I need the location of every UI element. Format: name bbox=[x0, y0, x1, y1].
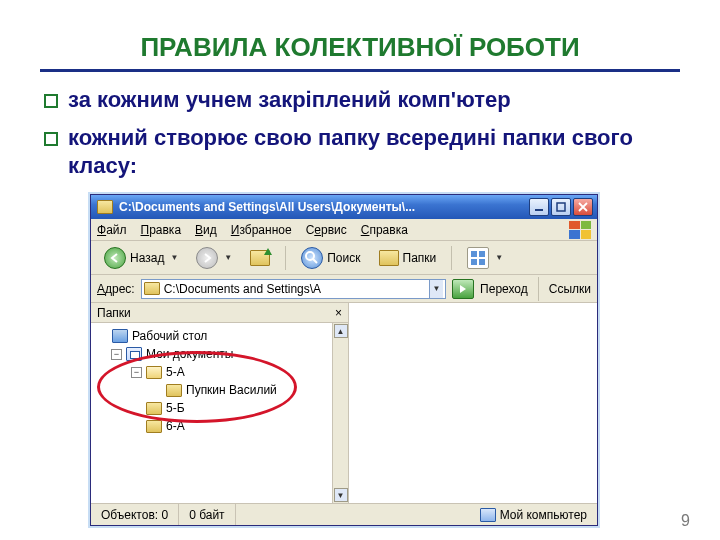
menu-favorites[interactable]: Избранное bbox=[231, 223, 292, 237]
window-titlebar[interactable]: C:\Documents and Settings\All Users\Доку… bbox=[91, 195, 597, 219]
desktop-icon bbox=[112, 329, 128, 343]
folders-pane-title: Папки bbox=[97, 306, 131, 320]
status-location: Мой компьютер bbox=[470, 504, 597, 525]
tree-row-6a[interactable]: 6-А bbox=[97, 417, 344, 435]
documents-icon bbox=[126, 347, 142, 361]
tree-row-pupkin[interactable]: Пупкин Василий bbox=[97, 381, 344, 399]
menu-tools[interactable]: Сервис bbox=[306, 223, 347, 237]
address-value: C:\Documents and Settings\A bbox=[164, 282, 425, 296]
folder-icon bbox=[146, 402, 162, 415]
collapse-icon[interactable]: − bbox=[131, 367, 142, 378]
tree-row-desktop[interactable]: Рабочий стол bbox=[97, 327, 344, 345]
folder-icon bbox=[379, 250, 399, 266]
slide-title: ПРАВИЛА КОЛЕКТИВНОЇ РОБОТИ bbox=[40, 32, 680, 63]
folder-icon bbox=[146, 420, 162, 433]
bullet-list: за кожним учнем закріплений комп'ютер ко… bbox=[40, 86, 680, 180]
scroll-down-icon[interactable]: ▼ bbox=[334, 488, 348, 502]
collapse-icon[interactable]: − bbox=[111, 349, 122, 360]
maximize-button[interactable] bbox=[551, 198, 571, 216]
folders-pane: Папки × Рабочий стол − Мои документ bbox=[91, 303, 349, 503]
close-button[interactable] bbox=[573, 198, 593, 216]
tree-label: 6-А bbox=[166, 417, 185, 435]
status-size: 0 байт bbox=[179, 504, 235, 525]
back-icon bbox=[104, 247, 126, 269]
toolbar-separator bbox=[285, 246, 286, 270]
menu-help[interactable]: Справка bbox=[361, 223, 408, 237]
go-button[interactable] bbox=[452, 279, 474, 299]
my-computer-icon bbox=[480, 508, 496, 522]
address-dropdown-button[interactable]: ▼ bbox=[429, 280, 443, 298]
toolbar: Назад ▼ ▼ Поиск Папки bbox=[91, 241, 597, 275]
page-number: 9 bbox=[681, 512, 690, 530]
scroll-up-icon[interactable]: ▲ bbox=[334, 324, 348, 338]
chevron-down-icon: ▼ bbox=[224, 253, 232, 262]
folders-pane-header: Папки × bbox=[91, 303, 348, 323]
address-label: Адрес: bbox=[97, 282, 135, 296]
views-icon bbox=[467, 247, 489, 269]
search-button[interactable]: Поиск bbox=[294, 245, 367, 271]
window-title: C:\Documents and Settings\All Users\Доку… bbox=[119, 200, 523, 214]
tree-label: Пупкин Василий bbox=[186, 381, 277, 399]
close-pane-icon[interactable]: × bbox=[335, 306, 342, 320]
svg-rect-1 bbox=[557, 203, 565, 211]
svg-point-2 bbox=[306, 252, 314, 260]
toolbar-separator bbox=[451, 246, 452, 270]
svg-rect-0 bbox=[535, 209, 543, 211]
tree-row-5a[interactable]: − 5-А bbox=[97, 363, 344, 381]
tree-label: Рабочий стол bbox=[132, 327, 207, 345]
menu-view-label: ид bbox=[203, 223, 217, 237]
back-button[interactable]: Назад ▼ bbox=[97, 245, 185, 271]
windows-logo-icon bbox=[569, 221, 591, 239]
up-button[interactable] bbox=[243, 245, 277, 271]
views-button[interactable]: ▼ bbox=[460, 245, 510, 271]
menu-fav-label: збранное bbox=[239, 223, 291, 237]
folder-icon bbox=[97, 200, 113, 214]
tree-label: 5-А bbox=[166, 363, 185, 381]
bullet-item: кожний створює свою папку всередині папк… bbox=[40, 124, 680, 180]
minimize-button[interactable] bbox=[529, 198, 549, 216]
address-input[interactable]: C:\Documents and Settings\A ▼ bbox=[141, 279, 446, 299]
tree-row-mydocs[interactable]: − Мои документы bbox=[97, 345, 344, 363]
address-bar: Адрес: C:\Documents and Settings\A ▼ Пер… bbox=[91, 275, 597, 303]
title-divider bbox=[40, 69, 680, 72]
menu-help-label: правка bbox=[369, 223, 407, 237]
folder-icon bbox=[166, 384, 182, 397]
forward-button[interactable]: ▼ bbox=[189, 245, 239, 271]
forward-icon bbox=[196, 247, 218, 269]
status-objects: Объектов: 0 bbox=[91, 504, 179, 525]
tree-label: 5-Б bbox=[166, 399, 185, 417]
menu-file[interactable]: Файл bbox=[97, 223, 127, 237]
folders-label: Папки bbox=[403, 251, 437, 265]
chevron-down-icon: ▼ bbox=[170, 253, 178, 262]
toolbar-separator bbox=[538, 277, 539, 301]
status-location-label: Мой компьютер bbox=[500, 508, 587, 522]
tree-scrollbar[interactable]: ▲ ▼ bbox=[332, 323, 348, 503]
bullet-item: за кожним учнем закріплений комп'ютер bbox=[40, 86, 680, 114]
folders-button[interactable]: Папки bbox=[372, 245, 444, 271]
tree-row-5b[interactable]: 5-Б bbox=[97, 399, 344, 417]
folder-open-icon bbox=[146, 366, 162, 379]
back-label: Назад bbox=[130, 251, 164, 265]
search-icon bbox=[301, 247, 323, 269]
menu-edit[interactable]: Правка bbox=[141, 223, 182, 237]
tree-label: Мои документы bbox=[146, 345, 233, 363]
folder-up-icon bbox=[250, 250, 270, 266]
menu-view[interactable]: Вид bbox=[195, 223, 217, 237]
go-label: Переход bbox=[480, 282, 528, 296]
search-label: Поиск bbox=[327, 251, 360, 265]
menu-bar: Файл Правка Вид Избранное Сервис Справка bbox=[91, 219, 597, 241]
chevron-down-icon: ▼ bbox=[495, 253, 503, 262]
links-label[interactable]: Ссылки bbox=[549, 282, 591, 296]
folder-tree: Рабочий стол − Мои документы − 5-А bbox=[91, 323, 348, 439]
menu-tools-label: рвис bbox=[321, 223, 347, 237]
status-bar: Объектов: 0 0 байт Мой компьютер bbox=[91, 503, 597, 525]
menu-edit-label: равка bbox=[149, 223, 181, 237]
folder-icon bbox=[144, 282, 160, 295]
content-pane[interactable] bbox=[349, 303, 597, 503]
explorer-body: Папки × Рабочий стол − Мои документ bbox=[91, 303, 597, 503]
explorer-window: C:\Documents and Settings\All Users\Доку… bbox=[90, 194, 598, 526]
menu-file-label: айл bbox=[106, 223, 126, 237]
